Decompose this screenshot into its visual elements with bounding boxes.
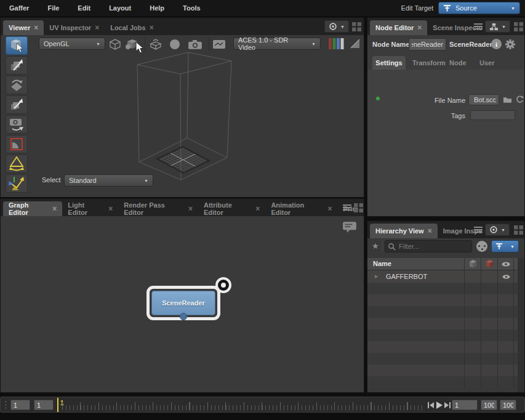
light-position-tool-button[interactable]	[6, 174, 28, 193]
close-icon[interactable]: ×	[108, 205, 113, 212]
drawing-mode-icon[interactable]	[109, 39, 121, 50]
close-icon[interactable]: ×	[34, 24, 38, 31]
shading-mode-icon[interactable]	[169, 39, 180, 50]
gamma-curve-icon[interactable]	[350, 38, 361, 49]
folder-browse-icon[interactable]	[503, 95, 512, 104]
row-name-label: GAFFERBOT	[386, 273, 427, 280]
tab-node[interactable]: Node	[449, 59, 467, 67]
menu-layout[interactable]: Layout	[100, 4, 140, 12]
node-output-plug[interactable]	[180, 313, 187, 320]
end-frame-input-2[interactable]	[500, 400, 516, 410]
renderer-dropdown[interactable]: OpenGL ▼	[39, 38, 105, 50]
visibility-eye-icon[interactable]	[502, 274, 511, 280]
tab-node-editor[interactable]: Node Editor ×	[370, 20, 427, 35]
file-name-input[interactable]	[468, 94, 499, 105]
menu-file[interactable]: File	[38, 4, 68, 12]
menu-tools[interactable]: Tools	[174, 4, 210, 12]
rgb-channels-icon[interactable]	[329, 38, 344, 50]
bookmark-star-icon[interactable]: ★	[372, 241, 379, 251]
filter-settings-icon[interactable]	[476, 241, 487, 252]
close-icon[interactable]: ×	[188, 205, 193, 212]
light-tool-button[interactable]	[6, 155, 28, 173]
timeline-grip-handle[interactable]	[5, 401, 7, 409]
edit-target-value: Source	[455, 4, 477, 12]
render-cube-icon[interactable]	[485, 259, 494, 269]
node-graph-canvas[interactable]: SceneReader	[1, 216, 364, 392]
camera-icon[interactable]	[188, 39, 202, 50]
close-icon[interactable]: ×	[95, 24, 99, 31]
current-frame-input[interactable]	[34, 400, 54, 410]
scale-tool-button[interactable]	[6, 95, 28, 114]
viewport-3d[interactable]: OpenGL ▼	[1, 35, 364, 197]
annotation-bubble-icon[interactable]	[342, 221, 357, 233]
end-frame-input[interactable]	[481, 400, 497, 410]
layout-grid-icon[interactable]	[354, 203, 363, 212]
tab-menu-icon[interactable]	[474, 226, 483, 233]
close-icon[interactable]: ×	[417, 24, 422, 31]
translate-tool-button[interactable]	[6, 56, 28, 75]
menu-help[interactable]: Help	[140, 4, 174, 12]
playhead-marker[interactable]	[57, 398, 58, 412]
tab-menu-icon[interactable]	[343, 204, 351, 211]
layout-grid-icon[interactable]	[514, 22, 523, 31]
close-icon[interactable]: ×	[328, 205, 332, 212]
skip-to-start-button[interactable]	[427, 402, 435, 409]
frame-increment-input[interactable]	[452, 400, 478, 410]
rotate-tool-button[interactable]	[6, 76, 28, 94]
layout-grid-icon[interactable]	[352, 22, 361, 31]
tab-uv-inspector[interactable]: UV Inspector ×	[44, 20, 105, 35]
tab-animation-editor[interactable]: Animation Editor ×	[265, 201, 337, 216]
tab-render-pass-editor[interactable]: Render Pass Editor ×	[118, 201, 198, 216]
menu-gaffer[interactable]: Gaffer	[0, 4, 38, 12]
scrollbar-track[interactable]	[518, 258, 524, 392]
layout-grid-icon[interactable]	[514, 225, 523, 235]
image-inspector-icon[interactable]	[212, 39, 226, 50]
skip-to-end-button[interactable]	[444, 402, 451, 409]
display-transform-dropdown[interactable]: ACES 1.0 - SDR Video ▼	[233, 38, 321, 50]
scene-filter-dropdown[interactable]: ▼	[491, 240, 519, 252]
name-column-header[interactable]: Name	[373, 260, 391, 267]
expansion-icon[interactable]	[150, 39, 162, 50]
expand-arrow-icon[interactable]: ▶	[375, 274, 378, 279]
toolbar-separator	[209, 37, 209, 50]
empty-row	[367, 294, 518, 306]
tab-transform[interactable]: Transform	[412, 59, 446, 67]
crop-window-tool-button[interactable]	[6, 135, 28, 153]
start-frame-input[interactable]	[10, 400, 30, 410]
bound-cube-icon[interactable]	[468, 259, 478, 269]
play-button[interactable]	[435, 401, 443, 410]
visibility-eye-icon[interactable]	[501, 261, 511, 267]
editor-focus-dropdown[interactable]: ▼	[485, 224, 510, 236]
viewer-settings-dropdown[interactable]: ▼	[324, 20, 349, 33]
tab-viewer[interactable]: Viewer ×	[3, 20, 44, 35]
tab-local-jobs[interactable]: Local Jobs ×	[105, 20, 159, 35]
tab-menu-icon[interactable]	[474, 23, 483, 30]
hierarchy-row-gafferbot[interactable]: ▶ GAFFERBOT	[367, 270, 518, 283]
close-icon[interactable]: ×	[52, 205, 57, 212]
editor-focus-dropdown[interactable]: ▼	[485, 20, 510, 33]
info-icon[interactable]: i	[491, 39, 502, 49]
edit-target-dropdown[interactable]: Source ▼	[438, 2, 520, 14]
node-focus-ring[interactable]	[215, 277, 231, 293]
tab-light-editor[interactable]: Light Editor ×	[62, 201, 118, 216]
scale-tool-icon	[9, 97, 24, 112]
search-icon	[388, 243, 396, 251]
tab-hierarchy-view[interactable]: Hierarchy View ×	[370, 224, 438, 238]
tab-graph-editor[interactable]: Graph Editor ×	[3, 201, 62, 216]
node-name-input[interactable]	[409, 38, 446, 50]
hierarchy-filter-input[interactable]	[385, 240, 472, 252]
tab-attribute-editor[interactable]: Attribute Editor ×	[198, 201, 265, 216]
tags-input[interactable]	[470, 110, 515, 120]
select-mode-dropdown[interactable]: Standard ▼	[64, 174, 153, 187]
node-settings-gear-icon[interactable]	[505, 39, 516, 50]
close-icon[interactable]: ×	[150, 24, 154, 31]
select-tool-button[interactable]	[6, 36, 28, 55]
close-icon[interactable]: ×	[428, 227, 432, 235]
menu-edit[interactable]: Edit	[68, 4, 100, 12]
toolbar-separator	[145, 37, 145, 50]
tab-settings[interactable]: Settings	[372, 56, 406, 70]
refresh-icon[interactable]	[515, 95, 524, 104]
close-icon[interactable]: ×	[255, 205, 260, 212]
camera-tool-button[interactable]	[6, 115, 28, 134]
tab-user[interactable]: User	[479, 59, 494, 67]
